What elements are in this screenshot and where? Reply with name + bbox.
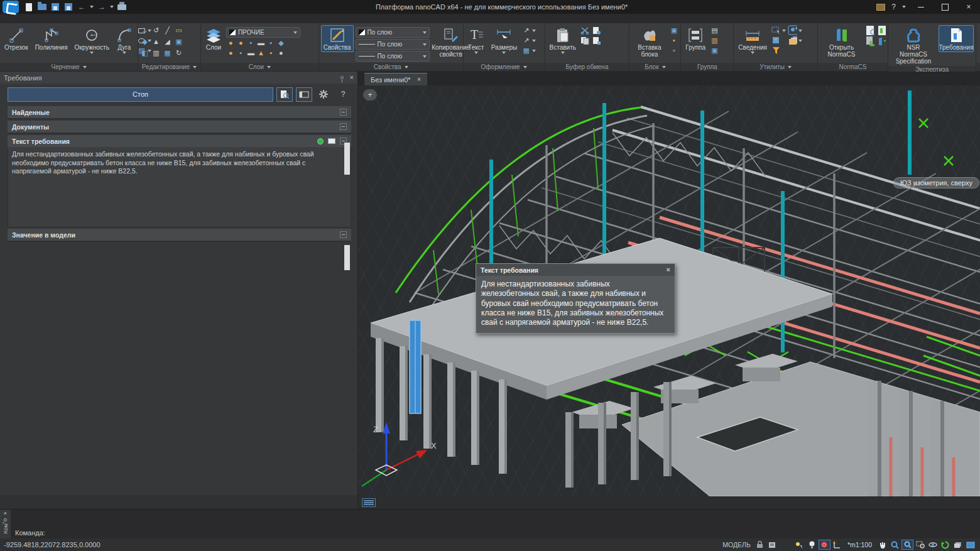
orbit-icon[interactable]	[927, 540, 939, 550]
section-reqtext-header[interactable]: Текст требования	[8, 135, 351, 147]
redo-dropdown-icon[interactable]	[110, 6, 114, 8]
fillet-tool-icon[interactable]: ◢	[163, 38, 172, 46]
help-icon[interactable]: ?	[891, 3, 896, 11]
notes-icon[interactable]	[766, 540, 778, 550]
lineweight-select[interactable]: По слою	[356, 51, 430, 62]
table-dropdown-icon[interactable]	[532, 50, 536, 52]
layer-freeze-icon[interactable]: ●	[236, 39, 246, 47]
zoom-selection-icon[interactable]	[914, 540, 926, 550]
redo-icon[interactable]: →	[97, 3, 107, 11]
zoom-window-icon[interactable]	[901, 540, 913, 550]
layer-match-icon[interactable]: ◆	[276, 39, 286, 47]
circle-button[interactable]: Окружность	[72, 25, 112, 55]
leader-dropdown-icon[interactable]	[532, 30, 536, 32]
ungroup-icon[interactable]: ▤	[710, 26, 719, 35]
color-select[interactable]: По слою	[356, 27, 430, 38]
mirror-tool-icon[interactable]: ▲	[151, 38, 161, 46]
polyline-button[interactable]: Полилиния	[33, 25, 70, 52]
requirements-button[interactable]: Требования	[939, 25, 974, 52]
sheet-menu-icon[interactable]	[362, 498, 376, 507]
copy-base-icon[interactable]	[592, 36, 601, 45]
group-button[interactable]: Группа	[683, 25, 708, 52]
dynamic-ucs-icon[interactable]	[831, 540, 843, 550]
section-model-header[interactable]: Значение в модели	[8, 229, 351, 241]
command-vertical-tab[interactable]: × Ком	[0, 510, 11, 538]
info-dropdown-icon[interactable]	[751, 52, 754, 54]
regen-icon[interactable]	[939, 540, 951, 550]
copy-tool-icon[interactable]: ↻	[174, 49, 183, 57]
print-icon[interactable]	[117, 3, 127, 11]
dimensions-button[interactable]: Размеры	[489, 25, 520, 55]
panel-close-icon[interactable]: ×	[350, 74, 354, 81]
layer-iso-icon[interactable]: ▲	[256, 49, 266, 57]
filter-icon[interactable]	[771, 46, 781, 55]
zoom-icon[interactable]	[889, 540, 901, 550]
normacs-doc-icon[interactable]	[876, 26, 886, 35]
pin-icon[interactable]	[340, 76, 344, 79]
section-documents-header[interactable]: Документы	[8, 121, 351, 133]
arc-dropdown-icon[interactable]	[122, 52, 126, 54]
explode-tool-icon[interactable]: ◆	[140, 38, 150, 46]
draworder-dropdown-icon[interactable]	[798, 40, 802, 42]
layer-dots-icon[interactable]: ●	[276, 49, 286, 57]
nsr-normacs-button[interactable]: NSR NormaCS Specification	[890, 25, 937, 66]
line-button[interactable]: Отрезок	[2, 25, 31, 52]
visibility-cursor-icon[interactable]	[793, 540, 805, 550]
view-controls-plus[interactable]: +	[363, 89, 377, 101]
stretch-tool-icon[interactable]: ◧	[140, 49, 150, 57]
selection-dropdown-icon[interactable]	[798, 30, 802, 32]
normacs-open-icon[interactable]	[316, 138, 325, 145]
group-edit-icon[interactable]: ▥	[710, 36, 719, 45]
bulb-icon[interactable]	[806, 540, 818, 550]
layer-line-icon[interactable]: ▬	[256, 39, 266, 47]
scale-tool-icon[interactable]: ▥	[151, 49, 161, 57]
group-add-icon[interactable]: ▣	[710, 46, 719, 55]
collapse-icon[interactable]	[340, 109, 347, 116]
selection-set-icon[interactable]	[788, 26, 797, 35]
new-file-icon[interactable]	[24, 3, 34, 11]
lock-icon[interactable]	[754, 540, 766, 550]
paste-button[interactable]: Вставить	[547, 25, 579, 55]
move-tool-icon[interactable]: ↔	[140, 26, 150, 35]
close-button[interactable]: ×	[960, 1, 977, 13]
properties-button[interactable]: Свойства	[321, 25, 354, 52]
linetype-select[interactable]: По слою	[356, 39, 430, 50]
save-as-icon[interactable]	[63, 3, 74, 11]
layer-select[interactable]: ПРОЧИЕ	[226, 27, 300, 38]
section-found-header[interactable]: Найденные	[8, 106, 351, 118]
command-prompt[interactable]: Команда:	[15, 529, 45, 537]
restore-button[interactable]	[936, 1, 954, 13]
tooltip-close-icon[interactable]: ×	[667, 266, 670, 273]
arc-button[interactable]: Дуга	[114, 25, 135, 55]
draw-order-icon[interactable]	[788, 36, 797, 45]
model-space-label[interactable]: МОДЕЛЬ	[722, 541, 751, 548]
viewports-icon[interactable]	[952, 540, 964, 550]
paste-dropdown-icon[interactable]	[561, 52, 565, 54]
collapse-icon[interactable]	[340, 123, 347, 130]
annotation-scale[interactable]: *m1:100	[847, 541, 872, 548]
stop-button[interactable]: Стоп	[8, 87, 273, 102]
briefcase-icon[interactable]	[876, 4, 885, 11]
layers-button[interactable]: Слои	[203, 25, 224, 52]
command-pin-icon[interactable]	[3, 518, 8, 522]
layer-walk-icon[interactable]: ▬	[246, 49, 256, 57]
leader-icon[interactable]: ↗	[521, 26, 531, 35]
command-close-icon[interactable]: ×	[4, 511, 7, 516]
selection-cycling-icon[interactable]	[819, 540, 830, 550]
collapse-icon[interactable]	[340, 231, 347, 238]
frame-button[interactable]	[296, 87, 312, 102]
normacs-find-icon[interactable]	[865, 26, 874, 35]
make-block-icon[interactable]: ▣	[669, 26, 678, 35]
select-dropdown-icon[interactable]	[782, 30, 786, 32]
minimize-button[interactable]	[912, 1, 930, 13]
layer-on-icon[interactable]: ●	[226, 39, 236, 47]
circle-dropdown-icon[interactable]	[90, 52, 94, 54]
cut-icon[interactable]	[580, 26, 590, 35]
undo-icon[interactable]: ←	[77, 3, 87, 11]
layer-cur-icon[interactable]: ▪	[236, 49, 246, 57]
copy-icon[interactable]	[580, 36, 590, 45]
trim-tool-icon[interactable]: ╱	[163, 26, 172, 35]
app-logo-icon[interactable]	[3, 1, 19, 13]
document-close-icon[interactable]: ×	[417, 76, 421, 83]
command-line-area[interactable]: × Ком Команда:	[0, 509, 980, 538]
